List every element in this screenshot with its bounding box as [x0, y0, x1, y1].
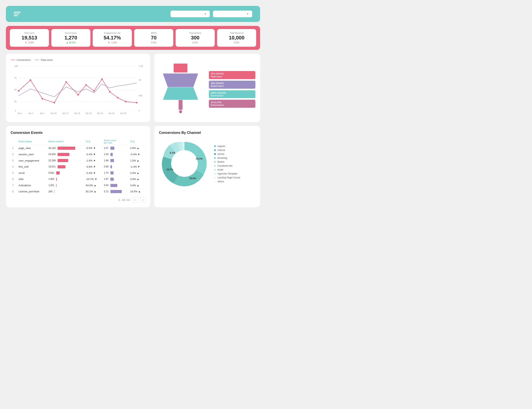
legend-label: Landing Page Course — [218, 176, 240, 179]
per-user-cell: 0.99 — [102, 164, 129, 170]
svg-text:Apr 16: Apr 16 — [74, 112, 80, 114]
svg-point-26 — [136, 102, 138, 103]
svg-text:0: 0 — [15, 109, 16, 112]
legend-label: others — [218, 180, 224, 183]
svg-rect-40 — [179, 100, 182, 110]
svg-point-17 — [53, 102, 55, 103]
per-user-bar — [110, 159, 114, 162]
per-user-bar — [110, 184, 117, 187]
svg-text:500: 500 — [139, 94, 142, 97]
legend-label: organic — [218, 145, 225, 148]
donut-legend-item: Browsing — [214, 157, 240, 159]
change2: 2.4% ▲ — [128, 170, 146, 176]
donut-legend-item: referral — [214, 149, 240, 152]
row-num: 1. — [11, 145, 17, 151]
event-name: session_start — [17, 151, 47, 158]
stat-value: 54.17% — [96, 35, 128, 41]
legend-label: (none) — [218, 153, 224, 155]
next-page-button[interactable]: › — [140, 197, 146, 202]
row-num: 5. — [11, 170, 17, 176]
legend-dot — [214, 157, 216, 159]
event-name: License_purchase — [17, 188, 47, 195]
event-name: first_visit — [17, 164, 47, 170]
table-row: 7. Activations 1,001 54.0% ▲ 3.54 3.4% ▲ — [11, 182, 146, 188]
stat-label: Total Revenue — [221, 32, 253, 34]
per-user-cell: 5.72 — [102, 188, 129, 195]
svg-text:Apr 4: Apr 4 — [28, 112, 33, 114]
stat-card: Total Revenue 10,000 0.0% — [217, 29, 256, 47]
row-num: 6. — [11, 176, 17, 182]
events-table: Event name Event count ▾ % Δ Event count… — [11, 138, 146, 195]
change1: -2.4% ▼ — [84, 170, 102, 176]
row-num: 7. — [11, 182, 17, 188]
stat-label: ARPU — [138, 32, 170, 34]
per-user-cell: 1.87 — [102, 176, 129, 182]
stats-bar: Total users 19,513 ▼ -2.9% Conversions 1… — [6, 26, 260, 50]
table-row: 1. page_view 40,183 -0.5% ▼ 2.07 2.6% ▲ — [11, 145, 146, 151]
legend-color — [11, 60, 15, 60]
per-user-val: 1.28 — [104, 153, 108, 156]
change1: 54.0% ▲ — [84, 182, 102, 188]
col-num — [11, 138, 17, 145]
campaign-dropdown[interactable]: ▾ — [171, 11, 210, 17]
col-event-count[interactable]: Event count ▾ — [47, 138, 84, 145]
per-user-cell: 1.28 — [102, 151, 129, 158]
events-table-title: Conversion Events — [11, 131, 146, 135]
svg-point-19 — [77, 94, 79, 96]
per-user-bar — [110, 178, 114, 181]
legend-color — [35, 60, 39, 60]
funnel-label-conversions: 1% (1,270)Conversions — [209, 100, 255, 108]
event-count-val: 24,920 — [48, 153, 56, 156]
col-change1: % Δ — [84, 138, 102, 145]
count-bar — [57, 159, 68, 162]
svg-point-20 — [85, 84, 87, 86]
chart-legend: Conversions Total users — [11, 58, 146, 61]
row-num: 8. — [11, 188, 17, 195]
donut-legend-item: (none) — [214, 153, 240, 155]
legend-dot — [214, 161, 216, 163]
legend-label: Conversions — [17, 58, 31, 61]
prev-page-button[interactable]: ‹ — [132, 197, 138, 202]
stat-change: 0.0% — [179, 41, 211, 44]
svg-text:Apr 22: Apr 22 — [97, 112, 103, 114]
legend-dot — [214, 169, 216, 171]
event-count-cell: 9,691 — [47, 170, 84, 176]
change1: 92.1% ▲ — [84, 188, 102, 195]
change1: -3.4% ▼ — [84, 151, 102, 158]
legend-dot — [214, 181, 216, 182]
svg-text:Apr 10: Apr 10 — [51, 112, 57, 114]
line-chart-card: Conversions Total users 100 75 50 25 0 1… — [6, 54, 150, 122]
line-chart: 100 75 50 25 0 1.5K 1K 500 0 — [11, 64, 146, 114]
event-count-val: 269 — [48, 190, 52, 193]
stat-value: 300 — [179, 35, 211, 41]
svg-point-25 — [125, 101, 126, 102]
svg-point-41 — [179, 110, 182, 113]
svg-point-18 — [66, 81, 67, 83]
col-event-name: Event name — [17, 138, 47, 145]
stat-change: 0.0% — [138, 41, 170, 44]
stat-value: 19,513 — [13, 35, 45, 41]
stat-change: ▲ 60.8% — [55, 41, 87, 44]
svg-text:Apr 25: Apr 25 — [109, 112, 114, 114]
table-row: 5. scroll 9,691 -2.4% ▼ 1.73 2.4% ▲ — [11, 170, 146, 176]
donut-svg-wrapper: 43.1% 20.6% 18.7% 6.1% — [159, 138, 210, 190]
change2: 2.6% ▲ — [128, 145, 146, 151]
event-count-cell: 22,289 — [47, 157, 84, 164]
svg-text:75: 75 — [14, 77, 17, 79]
stat-value: 70 — [138, 35, 170, 41]
col-per-user: Event countper user — [102, 138, 129, 145]
stat-value: 1,270 — [55, 35, 87, 41]
stat-label: Total users — [13, 32, 45, 34]
legend-item: Conversions — [11, 58, 31, 61]
per-user-val: 5.72 — [104, 190, 108, 193]
event-count-cell: 24,920 — [47, 151, 84, 158]
chevron-down-icon: ▾ — [205, 13, 206, 15]
stat-value: 10,000 — [221, 35, 253, 41]
date-range-dropdown[interactable]: ▾ — [213, 11, 252, 17]
count-bar — [56, 178, 57, 181]
stat-card: Transactions 300 0.0% — [176, 29, 215, 47]
count-bar — [56, 184, 57, 187]
header: ▾ ▾ — [6, 6, 260, 22]
stat-label: Transactions — [179, 32, 211, 34]
legend-dot — [214, 149, 216, 151]
